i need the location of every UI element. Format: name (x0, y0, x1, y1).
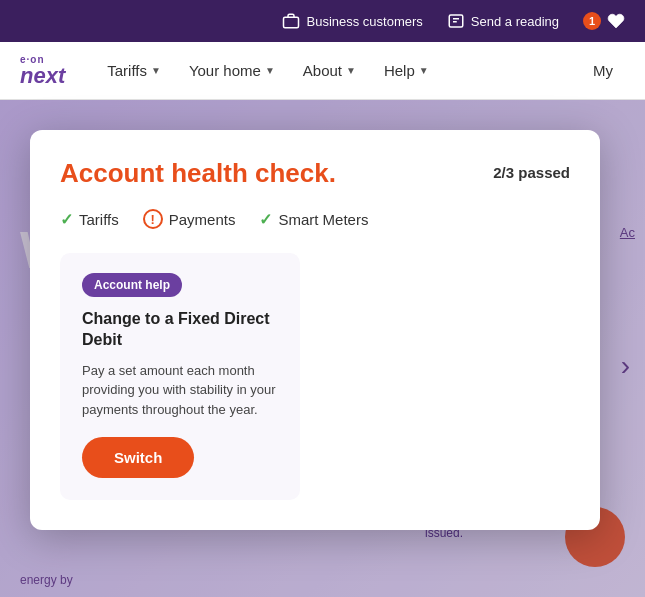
switch-button[interactable]: Switch (82, 437, 194, 478)
nav-tariffs-label: Tariffs (107, 62, 147, 79)
passed-count: 2/3 passed (493, 164, 570, 181)
business-customers-label: Business customers (306, 14, 422, 29)
modal-title: Account health check. (60, 158, 336, 189)
heart-icon (607, 12, 625, 30)
nav-your-home-label: Your home (189, 62, 261, 79)
card-description: Pay a set amount each month providing yo… (82, 361, 278, 420)
notification-count: 1 (583, 12, 601, 30)
nav-tariffs[interactable]: Tariffs ▼ (95, 54, 173, 87)
meter-icon (447, 12, 465, 30)
nav-help[interactable]: Help ▼ (372, 54, 441, 87)
nav-items: Tariffs ▼ Your home ▼ About ▼ Help ▼ (95, 54, 581, 87)
card-tag: Account help (82, 273, 182, 297)
check-smart-meters-label: Smart Meters (278, 211, 368, 228)
logo-bottom: next (20, 65, 65, 87)
send-reading-link[interactable]: Send a reading (447, 12, 559, 30)
check-pass-icon: ✓ (259, 210, 272, 229)
check-payments: ! Payments (143, 209, 236, 229)
health-check-modal: Account health check. 2/3 passed ✓ Tarif… (30, 130, 600, 530)
nav-help-label: Help (384, 62, 415, 79)
nav-about-label: About (303, 62, 342, 79)
send-reading-label: Send a reading (471, 14, 559, 29)
card-title: Change to a Fixed Direct Debit (82, 309, 278, 351)
account-help-card: Account help Change to a Fixed Direct De… (60, 253, 300, 500)
business-customers-link[interactable]: Business customers (282, 12, 422, 30)
check-tariffs-label: Tariffs (79, 211, 119, 228)
top-bar: Business customers Send a reading 1 (0, 0, 645, 42)
chevron-down-icon: ▼ (346, 65, 356, 76)
notifications-button[interactable]: 1 (583, 12, 625, 30)
passed-badge: 2/3 passed (493, 164, 570, 181)
chevron-down-icon: ▼ (151, 65, 161, 76)
modal-header: Account health check. 2/3 passed (60, 158, 570, 189)
check-pass-icon: ✓ (60, 210, 73, 229)
chevron-down-icon: ▼ (265, 65, 275, 76)
nav-about[interactable]: About ▼ (291, 54, 368, 87)
svg-rect-0 (284, 17, 299, 28)
warning-icon: ! (143, 209, 163, 229)
nav-my-label: My (593, 62, 613, 79)
nav-your-home[interactable]: Your home ▼ (177, 54, 287, 87)
check-smart-meters: ✓ Smart Meters (259, 210, 368, 229)
check-payments-label: Payments (169, 211, 236, 228)
logo[interactable]: e·on next (20, 55, 65, 87)
check-tariffs: ✓ Tariffs (60, 210, 119, 229)
nav-my[interactable]: My (581, 54, 625, 87)
nav-bar: e·on next Tariffs ▼ Your home ▼ About ▼ … (0, 42, 645, 100)
briefcase-icon (282, 12, 300, 30)
checks-row: ✓ Tariffs ! Payments ✓ Smart Meters (60, 209, 570, 229)
chevron-down-icon: ▼ (419, 65, 429, 76)
